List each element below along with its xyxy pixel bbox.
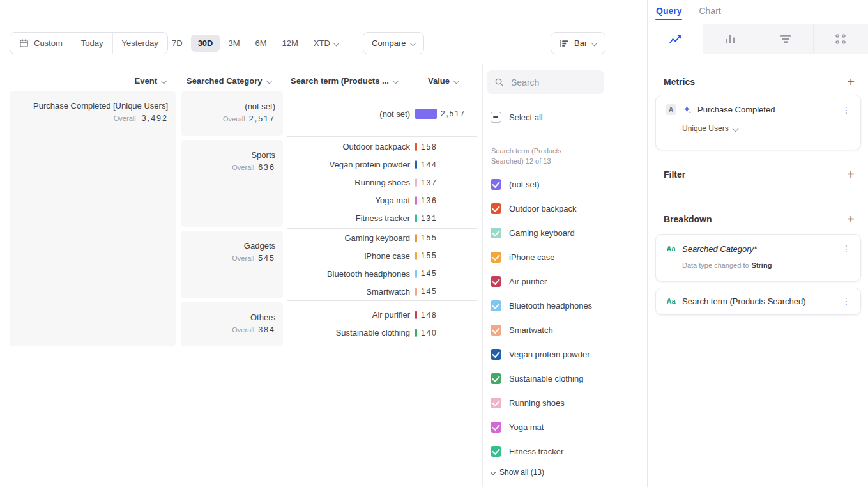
select-all-label: Select all (509, 112, 543, 122)
search-term-label: Sustainable clothing (287, 328, 410, 337)
custom-date-button[interactable]: Custom (10, 33, 72, 54)
checkbox-checked-icon[interactable] (491, 276, 501, 287)
filter-item[interactable]: Sustainable clothing (491, 366, 592, 390)
checkbox-checked-icon[interactable] (491, 373, 501, 384)
checkbox-checked-icon[interactable] (491, 203, 501, 214)
tab-query[interactable]: Query (656, 6, 681, 20)
filter-item[interactable]: Air purifier (491, 269, 592, 293)
value-text: 131 (421, 214, 437, 223)
chart-type-button[interactable]: Bar (551, 32, 605, 54)
metric-card-row: A Purchase Completed ⋮ (666, 104, 851, 115)
yesterday-button[interactable]: Yesterday (112, 33, 167, 54)
filter-item[interactable]: Yoga mat (491, 415, 592, 439)
breakdown-card[interactable]: Aa Search term (Products Searched) ⋮ (655, 288, 861, 315)
checkbox-checked-icon[interactable] (491, 179, 501, 190)
show-all-button[interactable]: Show all (13) (491, 468, 544, 477)
search-term-label: (not set) (287, 109, 410, 119)
value-bar (415, 329, 417, 337)
search-icon (494, 77, 504, 87)
column-header-event[interactable]: Event (10, 74, 166, 87)
search-input[interactable] (510, 77, 597, 88)
funnel-icon (779, 33, 792, 45)
category-name: (not set) (188, 101, 275, 112)
checkbox-checked-icon[interactable] (491, 398, 501, 408)
kebab-menu-icon[interactable]: ⋮ (842, 105, 851, 115)
breakdown-card-row: Aa Search term (Products Searched) ⋮ (666, 296, 851, 306)
tab-chart[interactable]: Chart (699, 6, 720, 20)
breakdown-card[interactable]: Aa Searched Category* ⋮ Data type change… (655, 234, 861, 282)
date-preset-7d[interactable]: 7D (165, 35, 190, 52)
add-filter-button[interactable]: + (847, 168, 855, 181)
chevron-down-icon (161, 77, 167, 84)
measure-selector[interactable]: Unique Users (682, 124, 851, 133)
tab-funnel-report[interactable] (758, 24, 813, 54)
tab-insights-report[interactable] (648, 24, 703, 54)
compare-button[interactable]: Compare (363, 32, 424, 54)
today-label: Today (81, 38, 103, 48)
category-card: OthersOverall384 (181, 302, 283, 346)
checkbox-checked-icon[interactable] (491, 325, 501, 336)
date-preset-label: 30D (198, 38, 213, 48)
filter-item-label: Sustainable clothing (509, 374, 583, 383)
value-row: Gaming keyboard155 (287, 229, 477, 247)
checkbox-indeterminate-icon[interactable] (491, 112, 501, 123)
column-header-search-term[interactable]: Search term (Products ... (291, 74, 398, 87)
value-bar (415, 288, 417, 296)
date-preset-30d[interactable]: 30D (191, 35, 220, 52)
string-type-icon: Aa (666, 245, 676, 252)
value-bar (415, 178, 417, 187)
date-preset-6m[interactable]: 6M (248, 35, 274, 52)
value-text: 2,517 (441, 109, 466, 118)
add-metric-button[interactable]: + (847, 75, 855, 88)
tab-flows-report[interactable] (813, 24, 868, 54)
column-header-value[interactable]: Value (428, 74, 459, 87)
kebab-menu-icon[interactable]: ⋮ (842, 244, 851, 254)
select-all-control[interactable]: Select all (491, 112, 543, 123)
breakdown-name: Search term (Products Searched) (682, 297, 836, 306)
value-row: Outdoor backpack158 (287, 138, 477, 156)
checkbox-checked-icon[interactable] (491, 300, 501, 311)
checkbox-checked-icon[interactable] (491, 228, 501, 238)
filter-item[interactable]: Gaming keyboard (491, 220, 592, 245)
category-card: (not set)Overall2,517 (181, 91, 283, 136)
search-term-label: Outdoor backpack (287, 142, 410, 151)
checkbox-checked-icon[interactable] (491, 252, 501, 263)
column-header-category[interactable]: Searched Category (187, 74, 271, 87)
chevron-down-icon (453, 77, 460, 84)
checkbox-checked-icon[interactable] (491, 422, 501, 433)
add-breakdown-button[interactable]: + (847, 213, 855, 226)
column-header-label: Search term (Products ... (291, 76, 389, 86)
filter-item-label: Gaming keyboard (509, 228, 575, 238)
filter-item[interactable]: Smartwatch (491, 318, 592, 342)
date-preset-12m[interactable]: 12M (275, 35, 305, 52)
value-row: (not set)2,517 (287, 105, 477, 123)
filter-item-label: (not set) (509, 180, 540, 189)
filter-item[interactable]: Fitness tracker (491, 439, 592, 463)
date-preset-3m[interactable]: 3M (221, 35, 247, 52)
query-panel: Query Chart Metrics + A (647, 0, 868, 487)
panel-divider (482, 64, 483, 487)
date-preset-xtd[interactable]: XTD (307, 35, 346, 52)
overall-value: 636 (258, 163, 275, 172)
filter-item[interactable]: Vegan protein powder (491, 342, 592, 366)
filter-item[interactable]: iPhone case (491, 245, 592, 269)
checkbox-checked-icon[interactable] (491, 446, 501, 457)
column-header-label: Value (428, 76, 450, 86)
filter-item-label: iPhone case (509, 252, 555, 262)
value-row: Air purifier148 (287, 306, 477, 324)
chevron-down-icon (266, 77, 272, 84)
filter-item-label: Fitness tracker (509, 447, 563, 456)
value-bar (415, 143, 417, 151)
checkbox-checked-icon[interactable] (491, 349, 501, 360)
filter-item[interactable]: Bluetooth headphones (491, 293, 592, 318)
search-term-label: Bluetooth headphones (287, 269, 410, 279)
kebab-menu-icon[interactable]: ⋮ (842, 296, 851, 306)
tab-bar-report[interactable] (703, 24, 758, 54)
filter-item[interactable]: (not set) (491, 172, 592, 196)
event-name: Purchase Completed [Unique Users] (17, 100, 168, 111)
search-term-label: Gaming keyboard (287, 233, 410, 243)
filter-item[interactable]: Outdoor backpack (491, 196, 592, 220)
filter-item[interactable]: Running shoes (491, 390, 592, 415)
today-button[interactable]: Today (72, 33, 112, 54)
metric-card[interactable]: A Purchase Completed ⋮ Unique Users (655, 95, 861, 150)
